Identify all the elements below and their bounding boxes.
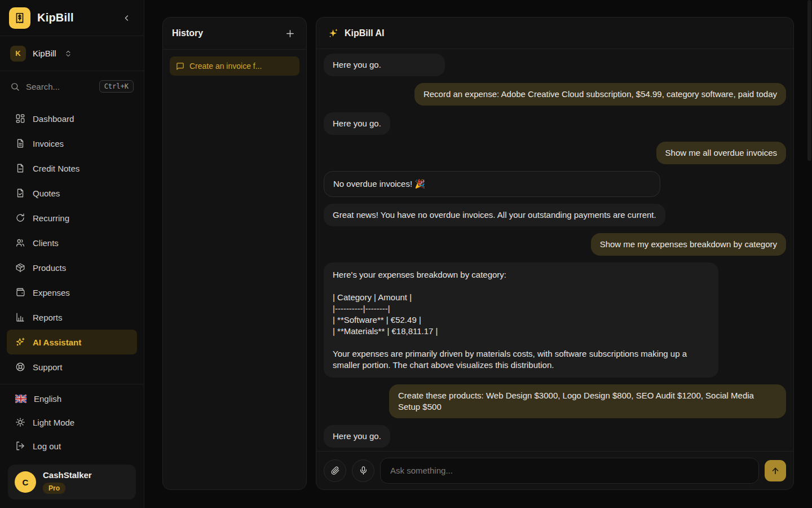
attach-file-button[interactable] <box>324 459 346 482</box>
workspace-selector[interactable]: K KipBill <box>0 36 144 71</box>
sidebar-item-clients[interactable]: Clients <box>0 230 144 255</box>
package-icon <box>15 262 25 273</box>
paperclip-icon <box>330 466 340 475</box>
refresh-icon <box>15 213 25 223</box>
user-profile-card[interactable]: C CashStalker Pro <box>8 465 136 500</box>
sidebar-nav: Dashboard Invoices Credit Notes Quotes R… <box>0 102 144 379</box>
nav-label: Expenses <box>33 288 70 297</box>
app-title: KipBill <box>37 11 112 24</box>
log-out-label: Log out <box>33 441 61 451</box>
ai-message-bubble: Here you go. <box>324 425 390 448</box>
new-chat-button[interactable] <box>283 26 297 41</box>
users-icon <box>15 238 25 248</box>
user-info: CashStalker Pro <box>43 470 92 494</box>
send-button[interactable] <box>765 460 786 481</box>
chat-bubble-icon <box>176 62 184 71</box>
sidebar-item-recurring[interactable]: Recurring <box>0 205 144 230</box>
sidebar-collapse-button[interactable] <box>119 10 135 26</box>
life-buoy-icon <box>15 362 25 372</box>
ai-message-bubble: Great news! You have no overdue invoices… <box>324 204 665 226</box>
voice-input-button[interactable] <box>352 459 374 482</box>
plus-icon <box>285 29 295 38</box>
nav-label: Reports <box>33 313 63 322</box>
chat-title: KipBill AI <box>345 28 385 38</box>
sidebar-item-dashboard[interactable]: Dashboard <box>0 106 144 131</box>
search-input[interactable]: Search... Ctrl+K <box>0 71 144 102</box>
sidebar-item-products[interactable]: Products <box>0 255 144 280</box>
sidebar-item-support[interactable]: Support <box>0 354 144 379</box>
wallet-icon <box>15 287 25 297</box>
log-out-button[interactable]: Log out <box>0 434 144 458</box>
arrow-up-icon <box>770 466 780 476</box>
light-mode-label: Light Mode <box>33 418 74 427</box>
history-item-label: Create an invoice f... <box>189 62 262 71</box>
user-message-bubble: Create these products: Web Design $3000,… <box>389 384 786 418</box>
log-out-icon <box>15 441 25 451</box>
history-panel: History Create an invoice f... <box>162 17 307 490</box>
sidebar-footer: English Light Mode Log out <box>0 384 144 458</box>
nav-label: Clients <box>33 238 59 248</box>
history-header: History <box>163 17 306 50</box>
history-title: History <box>172 28 203 38</box>
nav-label: Products <box>33 263 66 273</box>
avatar: C <box>15 471 36 493</box>
nav-label: Dashboard <box>33 114 74 124</box>
logo-row: KipBill <box>0 0 144 36</box>
sidebar-item-invoices[interactable]: Invoices <box>0 131 144 156</box>
bar-chart-icon <box>15 312 25 322</box>
language-selector[interactable]: English <box>0 387 144 410</box>
search-icon <box>10 82 20 91</box>
sun-icon <box>15 417 25 427</box>
file-minus-icon <box>15 163 25 173</box>
plan-badge: Pro <box>43 483 65 494</box>
workspace-avatar: K <box>10 46 26 62</box>
sparkles-icon <box>328 28 339 39</box>
nav-label: Invoices <box>33 139 64 148</box>
sidebar-item-expenses[interactable]: Expenses <box>0 280 144 305</box>
file-check-icon <box>15 188 25 198</box>
receipt-icon <box>14 12 26 24</box>
chevron-left-icon <box>122 14 131 23</box>
history-list-item[interactable]: Create an invoice f... <box>170 56 299 76</box>
nav-label: Support <box>33 362 63 372</box>
search-shortcut-badge: Ctrl+K <box>99 80 134 93</box>
chat-input-bar <box>316 451 793 489</box>
user-name: CashStalker <box>43 470 92 480</box>
ai-message-bubble: Here you go. <box>324 112 390 135</box>
nav-label: AI Assistant <box>33 338 81 347</box>
light-mode-toggle[interactable]: Light Mode <box>0 410 144 434</box>
sparkles-icon <box>15 337 25 347</box>
ai-message-bubble: Here's your expenses breakdown by catego… <box>324 262 718 378</box>
sidebar-item-reports[interactable]: Reports <box>0 305 144 330</box>
uk-flag-icon <box>15 395 27 403</box>
language-label: English <box>34 394 61 404</box>
message-list: Here you go. Record an expense: Adobe Cr… <box>316 49 793 451</box>
sidebar: KipBill K KipBill Search... Ctrl+K Dashb… <box>0 0 144 508</box>
chevrons-up-down-icon <box>64 50 72 58</box>
sidebar-item-quotes[interactable]: Quotes <box>0 181 144 205</box>
nav-label: Quotes <box>33 189 60 198</box>
microphone-icon <box>359 466 368 475</box>
nav-label: Credit Notes <box>33 164 80 173</box>
search-placeholder: Search... <box>26 82 93 91</box>
file-text-icon <box>15 138 25 148</box>
chat-header: KipBill AI <box>316 17 793 49</box>
ai-message-bubble: Here you go. <box>324 54 445 76</box>
ai-chat-panel: KipBill AI Here you go. Record an expens… <box>316 17 794 490</box>
kipbill-logo <box>9 7 30 29</box>
sidebar-item-ai-assistant[interactable]: AI Assistant <box>7 330 137 354</box>
ask-input[interactable] <box>380 458 759 484</box>
ai-message-bubble: No overdue invoices! 🎉 <box>324 171 660 197</box>
sidebar-item-credit-notes[interactable]: Credit Notes <box>0 156 144 181</box>
user-message-bubble: Show me all overdue invoices <box>656 142 786 164</box>
user-message-bubble: Record an expense: Adobe Creative Cloud … <box>414 83 786 106</box>
page-scrollbar[interactable] <box>807 0 811 161</box>
user-message-bubble: Show me my expenses breakdown by categor… <box>591 233 786 256</box>
nav-label: Recurring <box>33 213 69 223</box>
dashboard-grid-icon <box>15 113 25 124</box>
workspace-name: KipBill <box>33 49 56 58</box>
